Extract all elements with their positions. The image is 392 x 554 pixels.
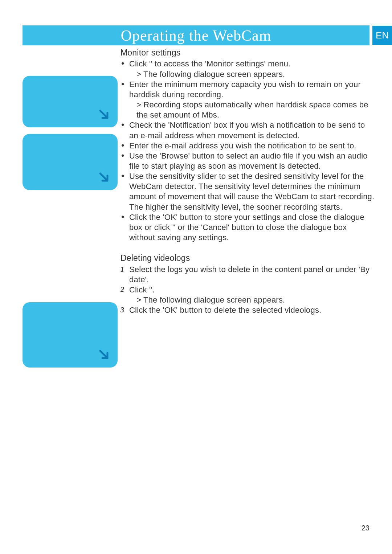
step-text: '. bbox=[151, 285, 155, 294]
step-text: Click the 'OK' button to delete the sele… bbox=[129, 305, 321, 315]
screenshot-placeholder bbox=[23, 76, 118, 127]
list-item: Click the 'OK' button to store your sett… bbox=[129, 212, 375, 243]
list-sub-text: > The following dialogue screen appears. bbox=[129, 69, 375, 79]
list-item: Use the sensitivity slider to set the de… bbox=[129, 171, 375, 212]
page-number: 23 bbox=[362, 524, 369, 532]
screenshot-placeholder bbox=[23, 302, 118, 368]
list-item-text: Check the 'Notification' box if you wish… bbox=[129, 120, 365, 140]
list-item-text: ' to access the 'Monitor settings' menu. bbox=[151, 59, 290, 68]
list-item: Click '' to access the 'Monitor settings… bbox=[129, 59, 375, 79]
step-item: 2 Click ''. > The following dialogue scr… bbox=[129, 285, 375, 305]
list-sub-text: > Recording stops automatically when har… bbox=[129, 100, 375, 120]
page: Operating the WebCam EN Monitor settings… bbox=[0, 0, 392, 554]
screenshot-placeholder bbox=[23, 134, 118, 190]
list-item-text: Use the sensitivity slider to set the de… bbox=[129, 172, 374, 201]
left-image-column-1 bbox=[23, 76, 118, 197]
arrow-down-right-icon bbox=[98, 108, 110, 121]
list-item-trailing-text: The higher the sensitivity level, the so… bbox=[129, 202, 375, 212]
list-item: Enter the minimum memory capacity you wi… bbox=[129, 79, 375, 120]
header-bar: Operating the WebCam bbox=[23, 25, 369, 45]
step-text: Select the logs you wish to delete in th… bbox=[129, 265, 369, 284]
step-number: 3 bbox=[121, 305, 124, 315]
step-sub-text: > The following dialogue screen appears. bbox=[129, 295, 375, 305]
arrow-down-right-icon bbox=[98, 171, 110, 184]
list-item: Check the 'Notification' box if you wish… bbox=[129, 120, 375, 140]
list-item: Enter the e-mail address you wish the no… bbox=[129, 141, 375, 151]
content-area: Monitor settings Click '' to access the … bbox=[121, 48, 375, 315]
list-item-text: Click ' bbox=[129, 59, 151, 68]
step-item: 3 Click the 'OK' button to delete the se… bbox=[129, 305, 375, 315]
page-title: Operating the WebCam bbox=[23, 27, 369, 44]
list-item-text: Enter the minimum memory capacity you wi… bbox=[129, 80, 361, 99]
step-number: 1 bbox=[121, 265, 124, 274]
step-text: Click ' bbox=[129, 285, 151, 294]
list-item-text: Use the 'Browse' button to select an aud… bbox=[129, 151, 368, 171]
list-item-text: Enter the e-mail address you wish the no… bbox=[129, 141, 356, 150]
left-image-column-2 bbox=[23, 302, 118, 374]
monitor-settings-list: Click '' to access the 'Monitor settings… bbox=[121, 59, 375, 243]
list-item: Use the 'Browse' button to select an aud… bbox=[129, 151, 375, 171]
language-badge: EN bbox=[372, 26, 392, 45]
step-number: 2 bbox=[121, 285, 124, 295]
section-heading-monitor-settings: Monitor settings bbox=[121, 48, 375, 58]
section-heading-deleting-videologs: Deleting videologs bbox=[121, 253, 375, 263]
deleting-videologs-steps: 1 Select the logs you wish to delete in … bbox=[121, 264, 375, 316]
step-item: 1 Select the logs you wish to delete in … bbox=[129, 264, 375, 285]
arrow-down-right-icon bbox=[98, 349, 110, 361]
